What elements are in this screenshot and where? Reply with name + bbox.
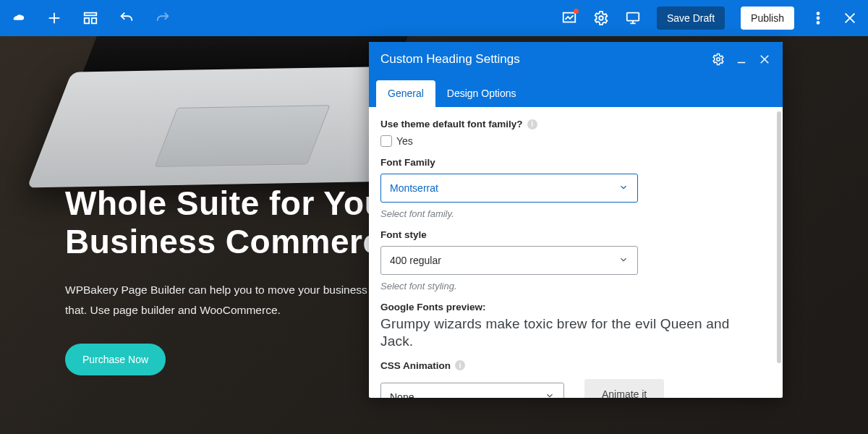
panel-settings-gear-icon[interactable] bbox=[712, 53, 725, 66]
label-css-animation: CSS Animation i bbox=[380, 360, 771, 371]
updates-chart-icon[interactable] bbox=[561, 10, 577, 26]
logo-icon[interactable] bbox=[10, 10, 26, 26]
undo-icon[interactable] bbox=[119, 10, 135, 26]
panel-body: Use theme default font family? i Yes Fon… bbox=[369, 107, 783, 398]
panel-scrollbar[interactable] bbox=[777, 111, 781, 363]
more-options-icon[interactable] bbox=[810, 10, 826, 26]
svg-rect-3 bbox=[85, 18, 89, 23]
svg-point-11 bbox=[817, 17, 820, 20]
svg-rect-2 bbox=[85, 13, 97, 16]
svg-rect-7 bbox=[627, 13, 639, 21]
panel-title: Custom Heading Settings bbox=[380, 52, 520, 67]
responsive-preview-icon[interactable] bbox=[625, 10, 641, 26]
helper-font-family: Select font family. bbox=[380, 208, 771, 219]
add-icon[interactable] bbox=[46, 10, 62, 26]
info-icon[interactable]: i bbox=[527, 119, 537, 129]
select-css-animation-value: None bbox=[390, 391, 414, 399]
select-font-family[interactable]: Montserrat bbox=[380, 174, 638, 203]
close-editor-icon[interactable] bbox=[842, 10, 858, 26]
select-font-style-value: 400 regular bbox=[390, 255, 441, 266]
label-preview: Google Fonts preview: bbox=[380, 302, 771, 312]
settings-panel: Custom Heading Settings General Design O… bbox=[369, 42, 783, 398]
tab-design-options[interactable]: Design Options bbox=[435, 80, 528, 107]
google-fonts-preview-text: Grumpy wizards make toxic brew for the e… bbox=[380, 315, 757, 350]
select-font-style[interactable]: 400 regular bbox=[380, 246, 638, 275]
panel-minimize-icon[interactable] bbox=[735, 53, 748, 66]
select-font-family-value: Montserrat bbox=[390, 182, 438, 194]
chevron-down-icon bbox=[618, 182, 629, 195]
checkbox-yes[interactable]: Yes bbox=[380, 135, 771, 147]
svg-rect-4 bbox=[92, 18, 96, 23]
notification-dot-icon bbox=[574, 9, 579, 14]
settings-gear-icon[interactable] bbox=[593, 10, 609, 26]
svg-point-6 bbox=[599, 16, 603, 20]
label-font-family: Font Family bbox=[380, 157, 771, 168]
checkbox-box-icon[interactable] bbox=[380, 135, 392, 147]
checkbox-label: Yes bbox=[396, 135, 413, 147]
svg-point-12 bbox=[817, 22, 820, 24]
info-icon[interactable]: i bbox=[455, 360, 465, 370]
svg-point-15 bbox=[717, 58, 720, 61]
label-font-style: Font style bbox=[380, 229, 771, 240]
helper-font-style: Select font styling. bbox=[380, 281, 771, 292]
panel-header[interactable]: Custom Heading Settings bbox=[369, 42, 783, 77]
purchase-now-button[interactable]: Purchase Now bbox=[65, 344, 166, 375]
redo-icon bbox=[155, 10, 171, 26]
chevron-down-icon bbox=[618, 255, 629, 267]
svg-point-10 bbox=[817, 12, 820, 14]
chevron-down-icon bbox=[545, 391, 555, 398]
editor-toolbar: Save Draft Publish bbox=[0, 0, 868, 36]
panel-close-icon[interactable] bbox=[758, 53, 771, 66]
templates-icon[interactable] bbox=[82, 10, 98, 26]
select-css-animation[interactable]: None bbox=[380, 383, 564, 399]
save-draft-button[interactable]: Save Draft bbox=[657, 7, 725, 30]
animate-it-button[interactable]: Animate it bbox=[584, 379, 664, 399]
label-use-theme-default: Use theme default font family? i bbox=[380, 119, 771, 129]
tab-general[interactable]: General bbox=[376, 80, 435, 107]
panel-tabs: General Design Options bbox=[369, 77, 783, 107]
publish-button[interactable]: Publish bbox=[741, 7, 794, 30]
